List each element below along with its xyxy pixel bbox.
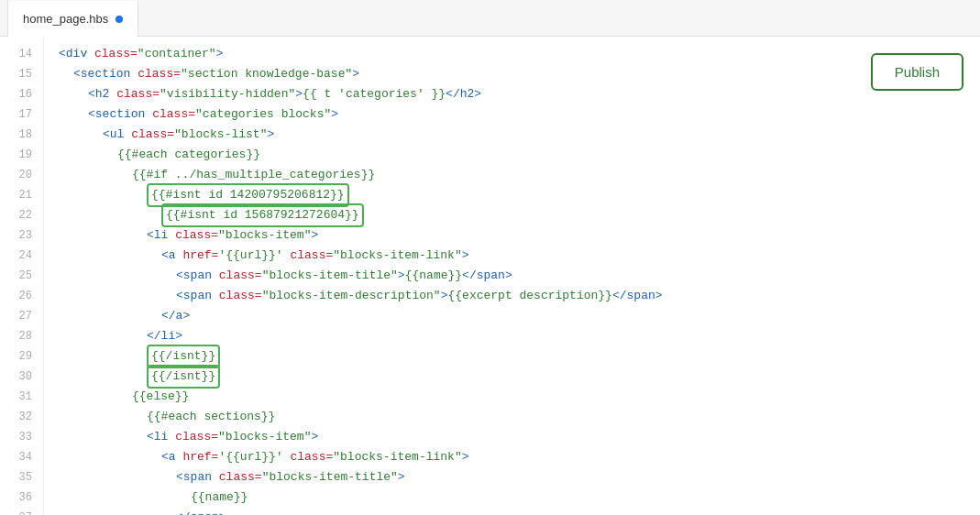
- line-number: 34: [7, 447, 32, 467]
- line-number: 36: [7, 488, 32, 508]
- code-line: <span class="blocks-item-title">: [59, 467, 980, 488]
- line-number: 23: [7, 225, 32, 246]
- line-number: 21: [7, 185, 32, 205]
- code-line: <section class="categories blocks">: [59, 104, 980, 125]
- code-line: <section class="section knowledge-base">: [59, 64, 980, 84]
- line-number: 33: [7, 427, 32, 447]
- editor-container: Publish 14151617181920212223242526272829…: [0, 37, 980, 515]
- line-number: 37: [7, 508, 32, 515]
- code-line: {{else}}: [59, 387, 980, 407]
- line-number: 16: [7, 84, 32, 104]
- line-number: 14: [7, 44, 32, 64]
- code-line: {{/isnt}}: [59, 346, 980, 367]
- line-number: 25: [7, 266, 32, 286]
- code-line: <li class="blocks-item">: [59, 427, 980, 447]
- code-area: 1415161718192021222324252627282930313233…: [0, 37, 980, 515]
- code-line: <li class="blocks-item">: [59, 225, 980, 246]
- line-number: 29: [7, 346, 32, 367]
- line-number: 20: [7, 165, 32, 185]
- code-line: </a>: [59, 306, 980, 326]
- code-line: <a href='{{url}}' class="blocks-item-lin…: [59, 246, 980, 266]
- line-number: 26: [7, 286, 32, 306]
- line-number: 27: [7, 306, 32, 326]
- line-number: 35: [7, 467, 32, 488]
- code-line: <span class="blocks-item-description">{{…: [59, 286, 980, 306]
- line-number: 28: [7, 326, 32, 346]
- code-line: {{/isnt}}: [59, 367, 980, 387]
- line-number: 30: [7, 367, 32, 387]
- code-line: {{#each sections}}: [59, 407, 980, 427]
- tab-filename: home_page.hbs: [23, 12, 108, 26]
- code-line: <ul class="blocks-list">: [59, 125, 980, 145]
- line-number: 31: [7, 387, 32, 407]
- code-line: {{#isnt id 15687921272604}}: [59, 205, 980, 225]
- line-number: 18: [7, 125, 32, 145]
- highlight-box: {{#isnt id 15687921272604}}: [161, 203, 364, 227]
- line-number: 22: [7, 205, 32, 225]
- tab-bar: home_page.hbs: [0, 0, 980, 37]
- line-number: 32: [7, 407, 32, 427]
- line-numbers: 1415161718192021222324252627282930313233…: [0, 37, 44, 515]
- code-line: <div class="container">: [59, 44, 980, 64]
- code-line: {{#if ../has_multiple_categories}}: [59, 165, 980, 185]
- highlight-box: {{/isnt}}: [147, 365, 220, 389]
- code-line: <a href='{{url}}' class="blocks-item-lin…: [59, 447, 980, 467]
- code-lines: <div class="container"><section class="s…: [44, 37, 980, 515]
- code-line: </span>: [59, 508, 980, 515]
- modified-indicator: [116, 16, 123, 23]
- file-tab[interactable]: home_page.hbs: [7, 1, 138, 38]
- app-container: home_page.hbs Publish 141516171819202122…: [0, 0, 980, 515]
- line-number: 24: [7, 246, 32, 266]
- code-line: </li>: [59, 326, 980, 346]
- line-number: 19: [7, 145, 32, 165]
- code-line: <span class="blocks-item-title">{{name}}…: [59, 266, 980, 286]
- code-line: <h2 class="visibility-hidden">{{ t 'cate…: [59, 84, 980, 104]
- code-line: {{#isnt id 14200795206812}}: [59, 185, 980, 205]
- code-line: {{#each categories}}: [59, 145, 980, 165]
- line-number: 15: [7, 64, 32, 84]
- publish-button[interactable]: Publish: [871, 53, 963, 91]
- line-number: 17: [7, 104, 32, 125]
- code-line: {{name}}: [59, 488, 980, 508]
